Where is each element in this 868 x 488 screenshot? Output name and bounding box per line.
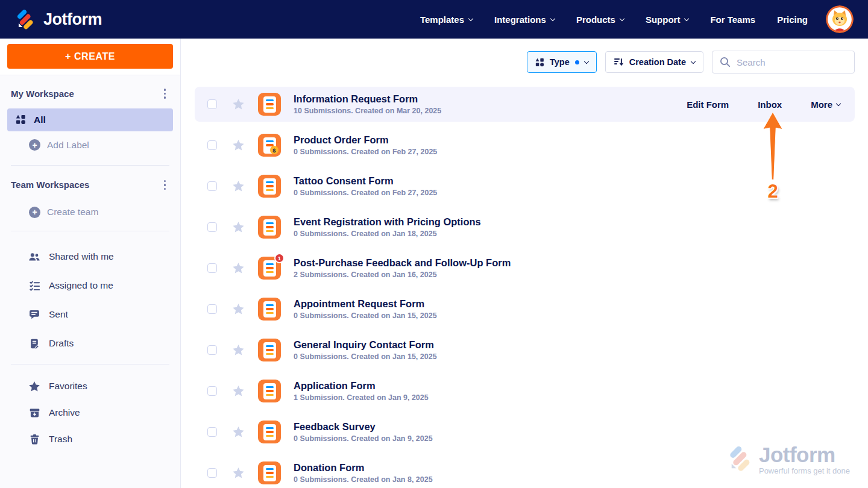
form-title[interactable]: Post-Purchase Feedback and Follow-Up For…	[294, 257, 511, 269]
form-meta: 0 Submissions. Created on Jan 15, 2025	[294, 311, 437, 320]
jotform-logo[interactable]: Jotform	[14, 8, 102, 31]
form-meta: 0 Submissions. Created on Feb 27, 2025	[294, 189, 437, 197]
favorite-star-icon[interactable]	[233, 140, 244, 151]
form-icon	[258, 421, 281, 443]
archive-icon	[29, 407, 40, 418]
sidebar-item-trash[interactable]: Trash	[10, 426, 171, 452]
edit-form-button[interactable]: Edit Form	[687, 99, 729, 110]
form-title[interactable]: Product Order Form	[294, 134, 437, 146]
row-checkbox[interactable]	[207, 386, 217, 396]
form-icon	[258, 93, 281, 116]
sidebar-item-sent[interactable]: Sent	[10, 300, 171, 329]
drafts-icon	[29, 338, 40, 349]
form-title[interactable]: Event Registration with Pricing Options	[294, 216, 481, 228]
form-row[interactable]: Event Registration with Pricing Options0…	[195, 210, 855, 245]
jotform-logo-icon	[14, 8, 37, 31]
sidebar-item-favorites[interactable]: Favorites	[10, 373, 171, 399]
form-title[interactable]: Appointment Request Form	[294, 298, 437, 310]
sidebar-divider	[11, 165, 169, 166]
sidebar-item-assigned-to-me[interactable]: Assigned to me	[10, 271, 171, 300]
assigned-to-me-icon	[29, 280, 40, 291]
type-filter-button[interactable]: Type	[527, 51, 597, 73]
form-meta: 1 Submission. Created on Jan 9, 2025	[294, 393, 429, 402]
chevron-down-icon	[620, 16, 624, 20]
form-row[interactable]: Information Request Form10 Submissions. …	[195, 87, 855, 122]
favorite-star-icon[interactable]	[233, 263, 244, 274]
sidebar-item-add-label[interactable]: + Add Label	[7, 131, 173, 159]
sidebar-item-drafts[interactable]: Drafts	[10, 329, 171, 358]
row-checkbox[interactable]	[207, 99, 217, 109]
search-icon	[720, 57, 731, 67]
form-title[interactable]: Information Request Form	[294, 93, 441, 105]
search-input[interactable]	[737, 57, 857, 67]
row-checkbox[interactable]	[207, 468, 217, 478]
navbar-item-for-teams[interactable]: For Teams	[710, 14, 755, 25]
navbar-item-integrations[interactable]: Integrations	[494, 14, 555, 25]
team-workspaces-menu-icon[interactable]	[160, 178, 170, 193]
sidebar-item-label: Sent	[49, 309, 68, 320]
sidebar-item-label: Archive	[49, 407, 80, 418]
form-meta: 0 Submissions. Created on Jan 15, 2025	[294, 352, 437, 361]
favorite-star-icon[interactable]	[233, 222, 244, 233]
favorite-star-icon[interactable]	[233, 427, 244, 437]
navbar-links: TemplatesIntegrationsProductsSupportFor …	[420, 14, 808, 25]
plus-icon: +	[29, 139, 40, 151]
favorite-star-icon[interactable]	[233, 304, 244, 314]
row-actions: Edit FormInboxMore	[687, 99, 840, 110]
navbar-item-pricing[interactable]: Pricing	[777, 14, 808, 25]
row-checkbox[interactable]	[207, 304, 217, 314]
row-checkbox[interactable]	[207, 427, 217, 437]
chevron-down-icon	[583, 58, 588, 63]
more-button[interactable]: More	[811, 99, 840, 110]
form-row[interactable]: Tattoo Consent Form0 Submissions. Create…	[195, 169, 855, 204]
favorite-star-icon[interactable]	[233, 468, 244, 478]
inbox-button[interactable]: Inbox	[758, 99, 782, 110]
favorite-star-icon[interactable]	[233, 99, 244, 110]
form-row[interactable]: Application Form1 Submission. Created on…	[195, 374, 855, 408]
navbar-item-templates[interactable]: Templates	[420, 14, 473, 25]
form-title[interactable]: Application Form	[294, 380, 429, 392]
favorite-star-icon[interactable]	[233, 386, 244, 396]
form-title[interactable]: Feedback Survey	[294, 421, 433, 433]
navbar-item-label: Integrations	[494, 14, 546, 25]
sidebar-item-create-team[interactable]: + Create team	[7, 199, 173, 225]
forms-main-panel: Type Creation Date	[181, 39, 868, 488]
shared-with-me-icon	[29, 251, 40, 262]
type-filter-icon	[535, 58, 544, 67]
favorite-star-icon[interactable]	[233, 345, 244, 355]
sidebar-item-archive[interactable]: Archive	[10, 399, 171, 426]
form-row[interactable]: Appointment Request Form0 Submissions. C…	[195, 292, 855, 327]
navbar-item-support[interactable]: Support	[646, 14, 689, 25]
form-icon	[258, 461, 281, 484]
row-checkbox[interactable]	[207, 345, 217, 355]
my-workspace-menu-icon[interactable]	[160, 86, 170, 101]
sidebar-item-all[interactable]: All	[7, 108, 173, 131]
form-meta: 0 Submissions. Created on Jan 18, 2025	[294, 230, 481, 238]
form-title[interactable]: Donation Form	[294, 462, 433, 474]
navbar-item-label: Support	[646, 14, 681, 25]
sort-button[interactable]: Creation Date	[605, 51, 703, 73]
form-row[interactable]: 1Post-Purchase Feedback and Follow-Up Fo…	[195, 251, 855, 286]
navbar-item-products[interactable]: Products	[576, 14, 624, 25]
favorite-star-icon[interactable]	[233, 181, 244, 192]
sidebar-item-label: Shared with me	[49, 251, 114, 262]
action-label: Inbox	[758, 99, 782, 110]
sidebar-item-label: Assigned to me	[49, 280, 113, 291]
sent-icon	[29, 309, 40, 320]
form-row[interactable]: General Inquiry Contact Form0 Submission…	[195, 333, 855, 368]
row-checkbox[interactable]	[207, 181, 217, 191]
sidebar-item-shared-with-me[interactable]: Shared with me	[10, 242, 171, 271]
form-title[interactable]: Tattoo Consent Form	[294, 175, 437, 187]
my-workspace-title: My Workspace	[11, 89, 74, 99]
sidebar-item-label: Drafts	[49, 338, 74, 349]
form-row[interactable]: $Product Order Form0 Submissions. Create…	[195, 128, 855, 163]
form-title[interactable]: General Inquiry Contact Form	[294, 339, 437, 351]
row-checkbox[interactable]	[207, 263, 217, 273]
forms-list: Information Request Form10 Submissions. …	[181, 87, 868, 488]
user-avatar[interactable]	[826, 5, 854, 33]
row-checkbox[interactable]	[207, 222, 217, 232]
row-checkbox[interactable]	[207, 140, 217, 150]
create-button[interactable]: + CREATE	[7, 44, 173, 69]
form-row[interactable]: Feedback Survey0 Submissions. Created on…	[195, 414, 855, 449]
form-row[interactable]: Donation Form0 Submissions. Created on J…	[195, 455, 855, 488]
